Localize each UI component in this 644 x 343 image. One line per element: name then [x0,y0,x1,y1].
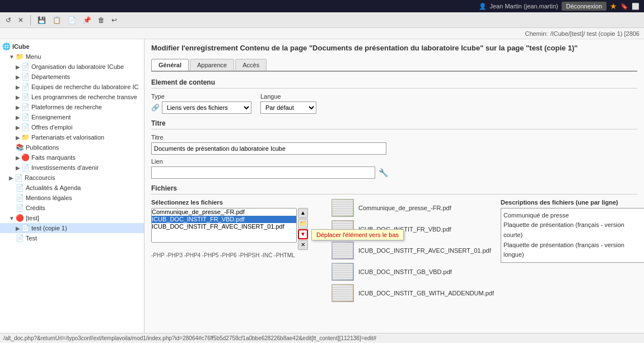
expand-icon: ▶ [16,155,20,161]
sidebar-item-enseignement[interactable]: ▶ 📄 Enseignement [0,112,144,122]
lien-input[interactable] [151,166,375,179]
sidebar-item-partenariats[interactable]: ▶ 📁 Partenariats et valorisation [0,132,144,142]
sidebar-item-equipes[interactable]: ▶ 📄 Equipes de recherche du laboratoire … [0,82,144,92]
sidebar-label-dept: Départements [31,73,70,80]
type-label: Type [151,93,251,100]
sidebar-label-invest: Investissements d'avenir [31,164,99,171]
file-option-2[interactable]: ICUB_DOC_INSTIT_FR_VBD.pdf [152,216,296,223]
lien-group: Lien 🔧 [151,158,637,179]
sidebar-item-credits[interactable]: 📄 Crédits [0,203,144,213]
preview-filename-2: ICUB_DOC_INSTIT_FR_AVEC_INSERT_01.pdf [358,247,491,254]
preview-item-4: ICUB_DOC_INSTIT_GB_WITH_ADDENDUM.pdf [332,284,494,302]
type-group: Type 🔗 Liens vers des fichiers [151,93,251,114]
page-icon: 📄 [15,174,23,182]
sidebar-item-plateformes[interactable]: ▶ 📄 Plateformes de recherche [0,102,144,112]
expand-icon: ▶ [16,84,20,90]
scroll-up-btn[interactable]: ▲ [298,208,308,218]
toolbar: ↺ ✕ 💾 📋 📄 📌 🗑 ↩ [0,12,644,28]
star-icon[interactable]: ★ [610,2,617,11]
file-listbox-wrapper: Communique_de_presse_-FR.pdf ICUB_DOC_IN… [151,208,308,258]
tab-bar: Général Apparence Accès [151,59,637,72]
window-icon[interactable]: ⬜ [632,3,640,10]
bookmark-icon[interactable]: 🔖 [620,3,628,10]
expand-icon: ▶ [16,124,20,131]
sidebar-label-raccourcis: Raccourcis [25,174,55,181]
langue-label: Langue [260,93,316,100]
page-icon: 📄 [21,63,30,71]
toolbar-save[interactable]: 💾 [35,15,48,25]
expand-icon: ▶ [9,175,13,181]
toolbar-copy[interactable]: 📋 [50,15,63,25]
sidebar-item-raccourcis[interactable]: ▶ 📄 Raccourcis [0,173,144,183]
tab-general[interactable]: Général [151,59,189,71]
sidebar-label-test-group: [test] [26,215,39,221]
expand-icon: ▼ [9,54,15,60]
preview-item-0: Communique_de_presse_-FR.pdf [332,199,494,217]
status-bar: /alt_doc.php?&returnUrl=/typo3conf/ext/t… [0,333,644,343]
folder-icon: 📁 [21,133,30,141]
sidebar-item-icube[interactable]: 🌐 ICube [0,41,144,52]
desc-list: Communiqué de presse Plaquette de présen… [501,208,644,263]
preview-filename-3: ICUB_DOC_INSTIT_GB_VBD.pdf [358,268,452,275]
tooltip: Déplacer l'élément vers le bas [311,229,404,240]
descriptions-section: Descriptions des fichiers (une par ligne… [501,199,644,263]
sidebar-item-test[interactable]: 📄 Test [0,233,144,243]
red-icon: 🔴 [21,154,30,161]
sidebar-item-mentions[interactable]: 📄 Mentions légales [0,193,144,203]
expand-icon: ▶ [16,114,20,120]
titre-label: Titre [151,134,637,141]
toolbar-pin[interactable]: 📌 [81,15,94,25]
sidebar-item-publications[interactable]: 📚 Publications [0,142,144,152]
move-down-btn[interactable]: ▼ Déplacer l'élément vers le bas [298,229,308,239]
page-icon: 📄 [21,224,30,232]
page-icon: 📄 [16,234,24,242]
content-area: Modifier l'enregistrement Contenu de la … [144,39,644,343]
sidebar-item-test-copie[interactable]: ▶ 📄 test (copie 1) [0,223,144,233]
sidebar-item-offres[interactable]: ▶ 📄 Offres d'emploi [0,122,144,132]
file-option-1[interactable]: Communique_de_presse_-FR.pdf [152,208,296,216]
page-icon: 📄 [21,113,30,121]
lien-browse-button[interactable]: 🔧 [377,168,389,177]
sidebar-item-programmes[interactable]: ▶ 📄 Les programmes de recherche transve [0,92,144,102]
page-title: Modifier l'enregistrement Contenu de la … [151,44,637,53]
titre-input[interactable] [151,142,386,155]
logout-button[interactable]: Déconnexion [562,2,606,11]
langue-select[interactable]: Par défaut [260,101,316,114]
file-listbox[interactable]: Communique_de_presse_-FR.pdf ICUB_DOC_IN… [151,208,297,243]
tab-acces[interactable]: Accès [235,59,267,71]
expand-icon: ▶ [16,94,20,100]
expand-icon: ▼ [9,215,15,221]
expand-icon: ▶ [16,74,20,80]
sidebar-item-test-group[interactable]: ▼ 🔴 [test] [0,213,144,223]
toolbar-refresh[interactable]: ↺ [3,15,13,25]
tab-apparence[interactable]: Apparence [190,59,234,71]
page-icon: 📄 [21,123,30,131]
desc-line-0: Communiqué de presse [503,211,643,221]
browse-files-btn[interactable]: 📁 [298,219,308,229]
lien-row: 🔧 [151,166,637,179]
sidebar-item-menu[interactable]: ▼ 📁 Menu [0,52,144,62]
page-icon: 📄 [21,73,30,81]
page-icon: 📄 [16,204,24,212]
sidebar-label-faits: Faits marquants [31,154,76,161]
toolbar-delete[interactable]: 🗑 [96,15,107,25]
sidebar-item-org[interactable]: ▶ 📄 Organisation du laboratoire ICube [0,62,144,72]
type-select[interactable]: Liens vers des fichiers [162,101,251,114]
file-option-3[interactable]: ICUB_DOC_INSTIT_FR_AVEC_INSERT_01.pdf [152,223,296,230]
toolbar-undo[interactable]: ↩ [109,15,119,25]
sidebar-item-actualites[interactable]: 📄 Actualités & Agenda [0,183,144,193]
page-icon: 📄 [16,194,24,202]
fichiers-layout: Sélectionnez les fichiers Communique_de_… [151,199,637,302]
file-previews: Communique_de_presse_-FR.pdf ICUB_DOC_IN… [332,199,494,302]
sidebar-item-faits[interactable]: ▶ 🔴 Faits marquants [0,152,144,163]
toolbar-close[interactable]: ✕ [16,15,26,25]
sidebar-item-dept[interactable]: ▶ 📄 Départements [0,72,144,82]
remove-file-btn[interactable]: ✕ [298,240,308,250]
sidebar-item-invest[interactable]: ▶ 📄 Investissements d'avenir [0,163,144,173]
toolbar-new[interactable]: 📄 [66,15,78,25]
sidebar-label-menu: Menu [26,53,41,60]
titre-section-title: Titre [151,119,637,129]
path-label: Chemin: [525,30,548,37]
path-value: /ICube/[test]/ test (copie 1) [2806 [550,30,640,37]
user-info: 👤 Jean Martin (jean.martin) Déconnexion … [479,2,640,11]
